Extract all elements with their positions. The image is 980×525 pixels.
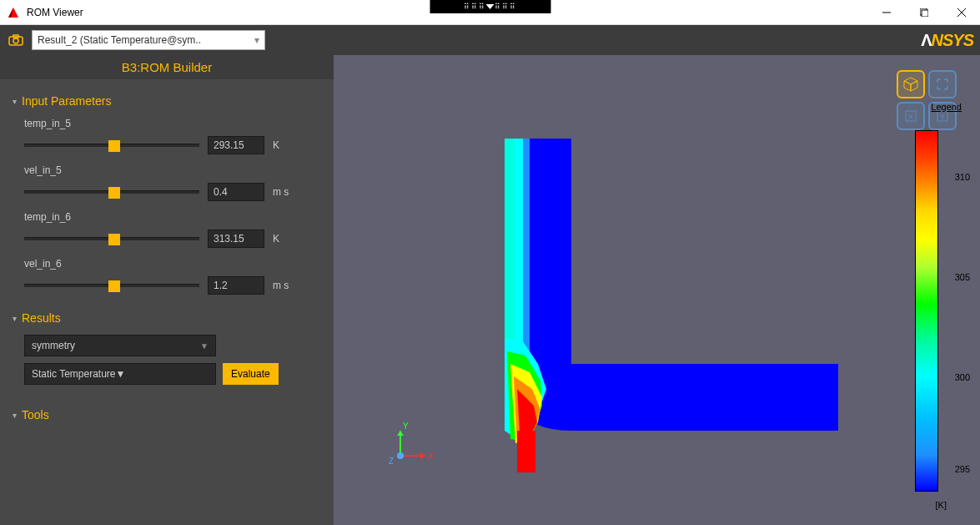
tick-label: 300: [955, 372, 970, 382]
tick-label: 310: [955, 172, 970, 182]
param-temp-in-6: temp_in_6 313.15 K: [24, 211, 317, 248]
region-selector[interactable]: symmetry ▼: [24, 335, 216, 356]
evaluate-button[interactable]: Evaluate: [223, 363, 279, 385]
result-selector[interactable]: Result_2 (Static Temperature@sym.. ▾: [32, 30, 265, 50]
view-axis-x-icon[interactable]: X: [897, 102, 925, 130]
collapse-icon: ▾: [13, 314, 17, 323]
collapse-icon: ▾: [13, 411, 17, 420]
svg-point-10: [13, 38, 18, 43]
chevron-down-icon: ▼: [116, 368, 126, 380]
svg-marker-33: [397, 431, 404, 436]
slider-temp-in-6[interactable]: [24, 237, 199, 240]
view-fit-icon[interactable]: [928, 70, 957, 98]
brand-logo: ΛNSYS: [921, 31, 973, 50]
svg-rect-20: [505, 139, 515, 339]
slider-temp-in-5[interactable]: [24, 144, 199, 147]
input-vel-in-5[interactable]: 0.4: [208, 183, 264, 201]
maximize-button[interactable]: [905, 0, 942, 25]
viewport[interactable]: X Y Legend: [334, 55, 980, 525]
screenshot-button[interactable]: [7, 31, 25, 49]
window-title: ROM Viewer: [27, 7, 83, 18]
titlebar: ROM Viewer ⠿⠿⠿ ⠿⠿⠿: [0, 0, 980, 25]
section-results[interactable]: ▾ Results: [13, 305, 317, 331]
result-selector-label: Result_2 (Static Temperature@sym..: [38, 34, 201, 46]
svg-marker-30: [420, 452, 425, 459]
svg-rect-5: [922, 10, 928, 17]
input-temp-in-6[interactable]: 313.15: [208, 230, 264, 248]
section-tools[interactable]: ▾ Tools: [13, 401, 317, 428]
svg-point-35: [397, 452, 404, 459]
toolbar: Result_2 (Static Temperature@sym.. ▾ ΛNS…: [0, 25, 980, 55]
close-button[interactable]: [942, 0, 980, 25]
svg-marker-12: [904, 81, 911, 91]
chevron-down-icon: ▼: [200, 341, 209, 351]
param-temp-in-5: temp_in_5 293.15 K: [24, 118, 317, 154]
colorbar: [915, 130, 938, 492]
svg-marker-13: [911, 81, 917, 91]
svg-text:Y: Y: [403, 422, 409, 431]
sidebar-title: B3:ROM Builder: [0, 55, 334, 79]
svg-rect-22: [523, 139, 530, 356]
input-vel-in-6[interactable]: 1.2: [208, 276, 264, 295]
contour-plot: [500, 139, 851, 472]
axis-triad: X Y Z: [384, 422, 434, 475]
legend-unit: [K]: [936, 500, 947, 510]
svg-text:Y: Y: [940, 113, 945, 121]
svg-text:X: X: [908, 113, 913, 121]
view-cube-icon[interactable]: [897, 70, 925, 98]
param-vel-in-6: vel_in_6 1.2 m s: [24, 258, 317, 295]
tick-label: 305: [955, 272, 970, 282]
svg-text:X: X: [428, 452, 434, 461]
collapse-icon: ▾: [13, 97, 17, 106]
legend-label: Legend: [931, 102, 962, 112]
chevron-down-icon: ▾: [254, 34, 259, 46]
app-icon: [7, 6, 20, 19]
svg-rect-28: [517, 431, 535, 472]
sidebar-scroll[interactable]: ▾ Input Parameters temp_in_5 293.15 K ve…: [0, 79, 334, 525]
sidebar: B3:ROM Builder ▾ Input Parameters temp_i…: [0, 55, 334, 525]
variable-selector[interactable]: Static Temperature ▼: [24, 363, 216, 385]
input-temp-in-5[interactable]: 293.15: [208, 136, 264, 154]
minimize-button[interactable]: [867, 0, 905, 25]
svg-marker-11: [904, 78, 917, 84]
expand-collapse-bar[interactable]: ⠿⠿⠿ ⠿⠿⠿: [430, 0, 550, 13]
slider-vel-in-5[interactable]: [24, 190, 199, 194]
svg-rect-21: [515, 139, 523, 347]
section-input-parameters[interactable]: ▾ Input Parameters: [13, 88, 317, 114]
svg-text:Z: Z: [389, 457, 394, 466]
slider-vel-in-6[interactable]: [24, 284, 199, 287]
svg-marker-2: [486, 4, 495, 9]
tick-label: 295: [955, 464, 970, 474]
param-vel-in-5: vel_in_5 0.4 m s: [24, 164, 317, 201]
